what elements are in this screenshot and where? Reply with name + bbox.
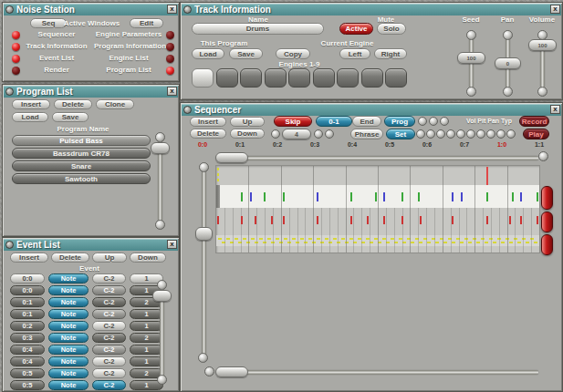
- engine-button[interactable]: [216, 68, 238, 88]
- active-button[interactable]: Active: [339, 23, 373, 35]
- event-pitch-cell[interactable]: C-2: [92, 285, 126, 295]
- seed-slider-bottom-knob[interactable]: [466, 87, 476, 97]
- down-button[interactable]: Down: [230, 129, 265, 139]
- window-led[interactable]: [166, 67, 174, 75]
- seed-slider-top-knob[interactable]: [466, 30, 476, 40]
- engine-button[interactable]: [385, 68, 407, 88]
- track-information-titlebar[interactable]: Track Information: [182, 4, 561, 15]
- event-time-cell[interactable]: 0:5: [10, 368, 45, 378]
- save-button[interactable]: Save: [229, 48, 263, 59]
- mode-knob[interactable]: [496, 129, 506, 139]
- event-time-cell[interactable]: 0:1: [10, 297, 45, 307]
- delete-button[interactable]: Delete: [51, 253, 89, 263]
- window-toggle-label[interactable]: Engine Parameters: [94, 30, 163, 38]
- event-type-cell[interactable]: Note: [48, 368, 89, 378]
- pan-slider-handle[interactable]: 0: [495, 57, 521, 69]
- noise-station-titlebar[interactable]: Noise Station: [4, 4, 178, 15]
- sequencer-grid[interactable]: [215, 165, 540, 253]
- play-button[interactable]: Play: [523, 129, 549, 139]
- seq-vscroll-top-knob[interactable]: [199, 162, 209, 172]
- position-number[interactable]: 0:2: [273, 141, 282, 148]
- engine-button[interactable]: [265, 68, 287, 88]
- mode-knob[interactable]: [418, 117, 427, 126]
- seq-hscroll-bottom-handle[interactable]: [215, 366, 248, 377]
- step-knob-right2[interactable]: [325, 129, 334, 139]
- seq-vscroll-handle[interactable]: [195, 227, 213, 241]
- event-pitch-cell[interactable]: C-2: [92, 356, 126, 366]
- event-pitch-cell[interactable]: C-2: [92, 297, 126, 307]
- mode-knob[interactable]: [466, 129, 475, 139]
- event-time-cell[interactable]: 0:2: [10, 321, 45, 331]
- left-button[interactable]: Left: [339, 48, 370, 59]
- event-pitch-cell[interactable]: C-2: [92, 309, 126, 319]
- seq-hscroll-bottom-knob[interactable]: [204, 366, 214, 377]
- program-list-scroll-handle[interactable]: [151, 142, 170, 154]
- load-button[interactable]: Load: [12, 112, 48, 122]
- window-toggle-label[interactable]: Sequencer: [19, 30, 94, 38]
- event-type-cell[interactable]: Note: [48, 273, 89, 284]
- pan-slider-top-knob[interactable]: [503, 30, 513, 40]
- up-button[interactable]: Up: [230, 117, 265, 127]
- insert-button[interactable]: Insert: [10, 253, 48, 263]
- mode-knob[interactable]: [486, 129, 495, 139]
- event-pitch-cell[interactable]: C-2: [92, 345, 126, 355]
- insert-button[interactable]: Insert: [190, 117, 226, 127]
- mode-knob[interactable]: [456, 129, 465, 139]
- event-type-cell[interactable]: Note: [48, 345, 89, 355]
- position-number[interactable]: 0:5: [385, 141, 394, 148]
- step-knob-right[interactable]: [314, 129, 323, 139]
- position-number[interactable]: 0:7: [460, 141, 469, 148]
- position-number[interactable]: 0:1: [235, 141, 245, 148]
- event-value-cell[interactable]: 1: [130, 321, 163, 331]
- position-number[interactable]: 0:3: [310, 141, 319, 148]
- engine-button[interactable]: [337, 68, 359, 88]
- seq-hscroll-bottom-track[interactable]: [217, 370, 538, 375]
- phrase-button[interactable]: Phrase: [350, 129, 383, 139]
- event-value-cell[interactable]: 1: [130, 356, 163, 366]
- engine-button[interactable]: [313, 68, 335, 88]
- position-number[interactable]: 0:0: [198, 141, 207, 148]
- engine-button[interactable]: [192, 68, 214, 88]
- close-icon[interactable]: x: [167, 240, 177, 249]
- volume-slider-handle[interactable]: 100: [528, 39, 557, 51]
- edit-button[interactable]: Edit: [130, 18, 163, 28]
- set-button[interactable]: Set: [386, 129, 415, 139]
- volume-slider-bottom-knob[interactable]: [537, 87, 547, 97]
- program-item[interactable]: Snare: [12, 160, 151, 171]
- mode-knob[interactable]: [476, 129, 485, 139]
- position-number[interactable]: 1:0: [497, 141, 506, 148]
- clone-button[interactable]: Clone: [96, 99, 134, 109]
- engine-button[interactable]: [240, 68, 262, 88]
- event-value-cell[interactable]: 1: [130, 345, 163, 355]
- track-name-field[interactable]: Drums: [192, 23, 324, 35]
- program-item[interactable]: Sawtooth: [12, 173, 151, 184]
- seq-hscroll-top-handle[interactable]: [215, 152, 248, 163]
- seq-hscroll-top-track[interactable]: [217, 156, 538, 160]
- event-value-cell[interactable]: 1: [130, 309, 163, 319]
- right-button[interactable]: Right: [374, 48, 407, 59]
- pan-slider-bottom-knob[interactable]: [503, 87, 513, 97]
- event-list-scroll-handle[interactable]: [152, 290, 172, 302]
- event-time-cell[interactable]: 0:4: [10, 356, 45, 366]
- position-number[interactable]: 0:6: [422, 141, 432, 148]
- window-toggle-label[interactable]: Program List: [94, 66, 163, 74]
- event-type-cell[interactable]: Note: [48, 356, 89, 366]
- engine-button[interactable]: [361, 68, 383, 88]
- range-button[interactable]: 0-1: [316, 116, 352, 127]
- close-icon[interactable]: x: [167, 87, 177, 96]
- mode-knob[interactable]: [436, 129, 445, 139]
- mode-knob[interactable]: [429, 117, 438, 126]
- window-toggle-label[interactable]: Render: [19, 66, 94, 74]
- bottom-row-handle[interactable]: [541, 234, 553, 255]
- window-led[interactable]: [166, 43, 174, 51]
- mode-knob[interactable]: [426, 129, 435, 139]
- event-pitch-cell[interactable]: C-2: [92, 380, 126, 390]
- window-toggle-label[interactable]: Event List: [19, 54, 94, 62]
- scroll-down-knob[interactable]: [157, 375, 167, 385]
- event-type-cell[interactable]: Note: [48, 380, 89, 390]
- scroll-up-knob[interactable]: [155, 132, 165, 142]
- event-type-cell[interactable]: Note: [48, 309, 89, 319]
- program-item[interactable]: Bassdrum CR78: [12, 148, 151, 159]
- position-number[interactable]: 0:4: [348, 141, 357, 148]
- event-list-titlebar[interactable]: Event List: [4, 239, 178, 251]
